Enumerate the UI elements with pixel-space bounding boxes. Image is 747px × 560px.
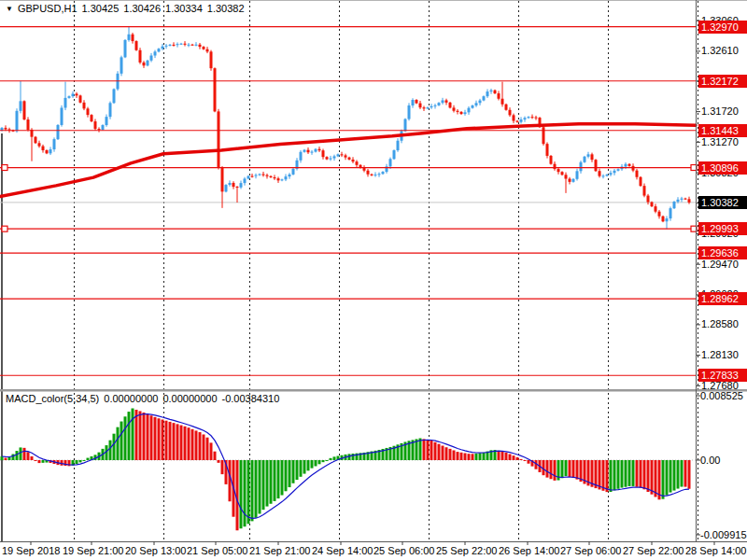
macd-histogram-bar [255,460,258,518]
candle-body [300,152,303,161]
macd-histogram-bar [423,439,426,460]
candle-body [124,40,127,57]
candle-body [666,218,669,221]
quote-high-value: 1.30426 [123,3,161,14]
candle-body [569,179,571,182]
candle-body [684,199,687,200]
macd-histogram-bar [259,460,261,513]
time-axis-label: 19 Sep 2018 [2,545,60,556]
macd-histogram-bar [610,460,613,492]
macd-histogram-bar [640,460,642,488]
candle-body [274,177,276,178]
level-price-label[interactable]: 1.29636 [698,246,747,259]
candle-body [87,108,90,115]
candle-body [531,117,534,118]
macd-histogram-bar [289,460,291,487]
level-price-label[interactable]: 1.29993 [698,222,747,235]
line-selection-handle[interactable] [2,226,7,231]
macd-histogram-bar [173,423,176,460]
candle-body [599,171,601,175]
candle-body [49,149,52,153]
macd-histogram-bar [5,458,7,460]
macd-histogram-bar [87,458,90,460]
level-price-label[interactable]: 1.31443 [698,124,747,137]
macd-histogram-bar [501,452,504,460]
candle-body [64,98,67,108]
macd-histogram-bar [158,418,161,460]
macd-histogram-bar [281,460,284,496]
candle-body [505,105,508,110]
candle-body [262,175,265,175]
macd-axis-label: -0.009915 [700,529,747,541]
macd-histogram-bar [434,442,437,460]
candle-body [498,93,500,99]
macd-histogram-bar [651,460,654,495]
macd-value-2: 0.00000000 [162,393,217,404]
candle-body [655,206,657,212]
chart-canvas[interactable] [0,0,747,560]
symbol-dropdown-icon[interactable]: ▼ [6,5,13,13]
macd-histogram-bar [419,439,422,460]
candle-body [389,159,392,166]
candle-body [513,115,515,120]
level-price-label[interactable]: 1.28962 [698,292,747,305]
level-price-label[interactable]: 1.32172 [698,75,747,88]
macd-histogram-bar [169,422,172,460]
macd-histogram-bar [572,460,575,478]
candle-body [356,161,359,165]
candle-body [348,158,351,160]
macd-histogram-bar [599,460,601,489]
candle-body [412,100,415,105]
candle-body [658,212,661,217]
candle-body [184,44,187,45]
candle-body [214,68,217,111]
time-axis-label: 21 Sep 21:00 [249,545,310,556]
candle-body [397,141,400,150]
candle-body [244,178,247,183]
candle-body [277,178,280,180]
panel-separator[interactable] [0,389,747,392]
candle-body [120,57,123,73]
macd-histogram-bar [274,460,276,501]
macd-value-3: -0.00384310 [222,393,280,404]
candle-body [468,108,471,113]
moving-average-line[interactable] [0,124,696,197]
macd-histogram-bar [229,460,232,501]
candle-body [68,96,71,98]
candle-body [5,128,7,130]
macd-histogram-bar [247,460,250,524]
macd-histogram-bar [643,460,646,489]
price-axis-label: 1.31720 [701,105,739,118]
level-price-label[interactable]: 1.30896 [698,161,747,175]
current-price-label: 1.30382 [698,196,747,209]
candle-body [27,119,30,130]
candle-body [591,154,594,160]
candle-body [416,100,418,104]
candle-body [311,152,314,153]
candle-body [486,91,489,96]
macd-histogram-bar [445,447,448,460]
line-selection-handle[interactable] [2,165,7,171]
price-axis-label: 1.32610 [701,45,739,57]
macd-histogram-bar [300,460,303,477]
candle-body [557,169,560,172]
macd-histogram-bar [191,429,194,460]
macd-axis-label: 0.00 [700,455,720,467]
candle-body [173,45,176,46]
level-price-label[interactable]: 1.27833 [698,369,747,382]
macd-histogram-bar [464,453,467,460]
macd-histogram-bar [251,460,254,521]
candle-body [636,171,639,177]
macd-histogram-bar [307,460,310,470]
level-price-label[interactable]: 1.32970 [698,21,747,34]
candle-body [651,203,654,207]
macd-histogram-bar [632,460,635,486]
candle-body [221,168,224,192]
candle-body [236,187,239,188]
candle-body [434,105,437,106]
candle-body [602,175,605,176]
candle-body [561,172,564,175]
candle-body [572,179,575,182]
candle-body [251,176,254,177]
macd-axis-label: 0.008525 [700,390,743,402]
